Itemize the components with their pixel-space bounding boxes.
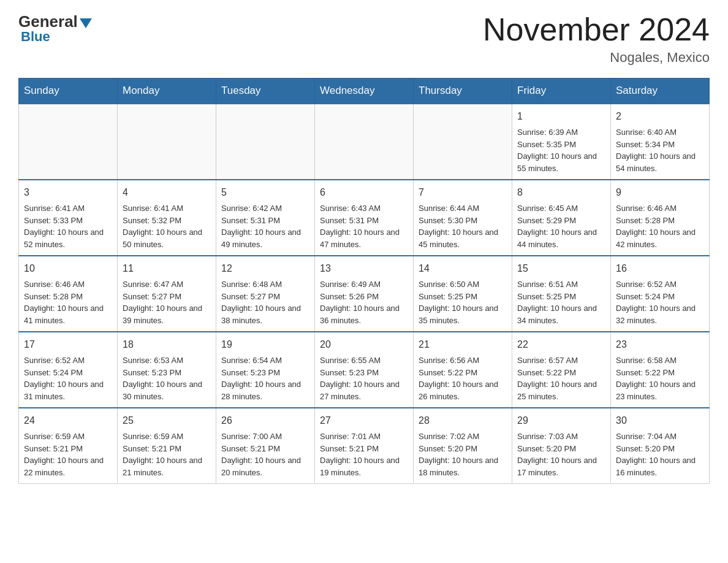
day-number: 27 (320, 413, 408, 428)
day-number: 11 (123, 261, 211, 276)
day-number: 9 (616, 185, 704, 200)
calendar-cell: 5Sunrise: 6:42 AM Sunset: 5:31 PM Daylig… (216, 180, 315, 256)
calendar-cell: 26Sunrise: 7:00 AM Sunset: 5:21 PM Dayli… (216, 408, 315, 484)
calendar-cell: 14Sunrise: 6:50 AM Sunset: 5:25 PM Dayli… (414, 256, 512, 332)
calendar-cell: 9Sunrise: 6:46 AM Sunset: 5:28 PM Daylig… (611, 180, 710, 256)
logo-blue-text: Blue (21, 29, 50, 45)
calendar-cell: 24Sunrise: 6:59 AM Sunset: 5:21 PM Dayli… (19, 408, 118, 484)
day-number: 15 (517, 261, 605, 276)
day-sun-info: Sunrise: 6:47 AM Sunset: 5:27 PM Dayligh… (123, 280, 202, 325)
day-sun-info: Sunrise: 7:03 AM Sunset: 5:20 PM Dayligh… (517, 432, 597, 477)
title-area: November 2024 Nogales, Mexico (483, 12, 710, 66)
day-sun-info: Sunrise: 6:50 AM Sunset: 5:25 PM Dayligh… (419, 280, 498, 325)
calendar-cell: 18Sunrise: 6:53 AM Sunset: 5:23 PM Dayli… (118, 332, 216, 408)
day-number: 14 (419, 261, 507, 276)
day-sun-info: Sunrise: 6:40 AM Sunset: 5:34 PM Dayligh… (616, 128, 696, 173)
calendar-week-row: 17Sunrise: 6:52 AM Sunset: 5:24 PM Dayli… (19, 332, 710, 408)
day-number: 28 (419, 413, 507, 428)
day-number: 25 (123, 413, 211, 428)
calendar-cell: 3Sunrise: 6:41 AM Sunset: 5:33 PM Daylig… (19, 180, 118, 256)
location-text: Nogales, Mexico (483, 50, 710, 66)
calendar-week-row: 10Sunrise: 6:46 AM Sunset: 5:28 PM Dayli… (19, 256, 710, 332)
day-sun-info: Sunrise: 6:46 AM Sunset: 5:28 PM Dayligh… (24, 280, 104, 325)
day-sun-info: Sunrise: 6:51 AM Sunset: 5:25 PM Dayligh… (517, 280, 597, 325)
day-sun-info: Sunrise: 6:39 AM Sunset: 5:35 PM Dayligh… (517, 128, 597, 173)
day-number: 22 (517, 337, 605, 352)
day-sun-info: Sunrise: 6:45 AM Sunset: 5:29 PM Dayligh… (517, 204, 597, 249)
calendar-cell: 20Sunrise: 6:55 AM Sunset: 5:23 PM Dayli… (315, 332, 414, 408)
day-number: 5 (221, 185, 309, 200)
day-of-week-header: Saturday (611, 79, 710, 104)
logo-arrow-icon (80, 18, 92, 28)
calendar-cell (118, 104, 216, 180)
calendar-cell (19, 104, 118, 180)
calendar-cell: 12Sunrise: 6:48 AM Sunset: 5:27 PM Dayli… (216, 256, 315, 332)
calendar-week-row: 1Sunrise: 6:39 AM Sunset: 5:35 PM Daylig… (19, 104, 710, 180)
calendar-week-row: 24Sunrise: 6:59 AM Sunset: 5:21 PM Dayli… (19, 408, 710, 484)
day-sun-info: Sunrise: 6:56 AM Sunset: 5:22 PM Dayligh… (419, 356, 498, 401)
day-number: 16 (616, 261, 704, 276)
day-number: 2 (616, 109, 704, 124)
calendar-week-row: 3Sunrise: 6:41 AM Sunset: 5:33 PM Daylig… (19, 180, 710, 256)
day-number: 10 (24, 261, 112, 276)
day-number: 24 (24, 413, 112, 428)
calendar-cell: 6Sunrise: 6:43 AM Sunset: 5:31 PM Daylig… (315, 180, 414, 256)
calendar-cell: 11Sunrise: 6:47 AM Sunset: 5:27 PM Dayli… (118, 256, 216, 332)
calendar-cell: 29Sunrise: 7:03 AM Sunset: 5:20 PM Dayli… (512, 408, 611, 484)
month-title: November 2024 (483, 12, 710, 47)
day-of-week-header: Tuesday (216, 79, 315, 104)
day-sun-info: Sunrise: 7:01 AM Sunset: 5:21 PM Dayligh… (320, 432, 400, 477)
day-sun-info: Sunrise: 7:00 AM Sunset: 5:21 PM Dayligh… (221, 432, 301, 477)
logo: General Blue (18, 12, 92, 45)
day-of-week-header: Thursday (414, 79, 512, 104)
day-sun-info: Sunrise: 6:52 AM Sunset: 5:24 PM Dayligh… (616, 280, 696, 325)
day-number: 21 (419, 337, 507, 352)
calendar-cell: 15Sunrise: 6:51 AM Sunset: 5:25 PM Dayli… (512, 256, 611, 332)
day-number: 7 (419, 185, 507, 200)
day-sun-info: Sunrise: 6:44 AM Sunset: 5:30 PM Dayligh… (419, 204, 498, 249)
calendar-cell: 7Sunrise: 6:44 AM Sunset: 5:30 PM Daylig… (414, 180, 512, 256)
calendar-cell: 19Sunrise: 6:54 AM Sunset: 5:23 PM Dayli… (216, 332, 315, 408)
day-sun-info: Sunrise: 7:02 AM Sunset: 5:20 PM Dayligh… (419, 432, 498, 477)
calendar-cell: 10Sunrise: 6:46 AM Sunset: 5:28 PM Dayli… (19, 256, 118, 332)
day-of-week-header: Sunday (19, 79, 118, 104)
calendar-table: SundayMondayTuesdayWednesdayThursdayFrid… (18, 78, 710, 484)
calendar-cell: 27Sunrise: 7:01 AM Sunset: 5:21 PM Dayli… (315, 408, 414, 484)
day-of-week-header: Friday (512, 79, 611, 104)
calendar-cell: 1Sunrise: 6:39 AM Sunset: 5:35 PM Daylig… (512, 104, 611, 180)
day-sun-info: Sunrise: 6:53 AM Sunset: 5:23 PM Dayligh… (123, 356, 202, 401)
day-number: 3 (24, 185, 112, 200)
page-header: General Blue November 2024 Nogales, Mexi… (18, 12, 710, 66)
day-number: 12 (221, 261, 309, 276)
day-number: 17 (24, 337, 112, 352)
calendar-cell: 21Sunrise: 6:56 AM Sunset: 5:22 PM Dayli… (414, 332, 512, 408)
day-sun-info: Sunrise: 6:59 AM Sunset: 5:21 PM Dayligh… (24, 432, 104, 477)
calendar-cell: 22Sunrise: 6:57 AM Sunset: 5:22 PM Dayli… (512, 332, 611, 408)
calendar-cell: 13Sunrise: 6:49 AM Sunset: 5:26 PM Dayli… (315, 256, 414, 332)
day-sun-info: Sunrise: 6:52 AM Sunset: 5:24 PM Dayligh… (24, 356, 104, 401)
day-sun-info: Sunrise: 6:57 AM Sunset: 5:22 PM Dayligh… (517, 356, 597, 401)
day-number: 4 (123, 185, 211, 200)
calendar-cell (414, 104, 512, 180)
calendar-cell: 23Sunrise: 6:58 AM Sunset: 5:22 PM Dayli… (611, 332, 710, 408)
calendar-cell (315, 104, 414, 180)
day-number: 30 (616, 413, 704, 428)
day-number: 8 (517, 185, 605, 200)
calendar-cell: 2Sunrise: 6:40 AM Sunset: 5:34 PM Daylig… (611, 104, 710, 180)
calendar-cell: 25Sunrise: 6:59 AM Sunset: 5:21 PM Dayli… (118, 408, 216, 484)
day-sun-info: Sunrise: 6:55 AM Sunset: 5:23 PM Dayligh… (320, 356, 400, 401)
calendar-cell: 30Sunrise: 7:04 AM Sunset: 5:20 PM Dayli… (611, 408, 710, 484)
day-of-week-header: Monday (118, 79, 216, 104)
day-number: 19 (221, 337, 309, 352)
day-sun-info: Sunrise: 6:54 AM Sunset: 5:23 PM Dayligh… (221, 356, 301, 401)
day-sun-info: Sunrise: 6:41 AM Sunset: 5:33 PM Dayligh… (24, 204, 104, 249)
day-sun-info: Sunrise: 6:58 AM Sunset: 5:22 PM Dayligh… (616, 356, 696, 401)
day-sun-info: Sunrise: 6:48 AM Sunset: 5:27 PM Dayligh… (221, 280, 301, 325)
day-sun-info: Sunrise: 6:43 AM Sunset: 5:31 PM Dayligh… (320, 204, 400, 249)
day-sun-info: Sunrise: 7:04 AM Sunset: 5:20 PM Dayligh… (616, 432, 696, 477)
calendar-cell: 28Sunrise: 7:02 AM Sunset: 5:20 PM Dayli… (414, 408, 512, 484)
calendar-cell: 4Sunrise: 6:41 AM Sunset: 5:32 PM Daylig… (118, 180, 216, 256)
day-number: 6 (320, 185, 408, 200)
calendar-header-row: SundayMondayTuesdayWednesdayThursdayFrid… (19, 79, 710, 104)
day-sun-info: Sunrise: 6:41 AM Sunset: 5:32 PM Dayligh… (123, 204, 202, 249)
